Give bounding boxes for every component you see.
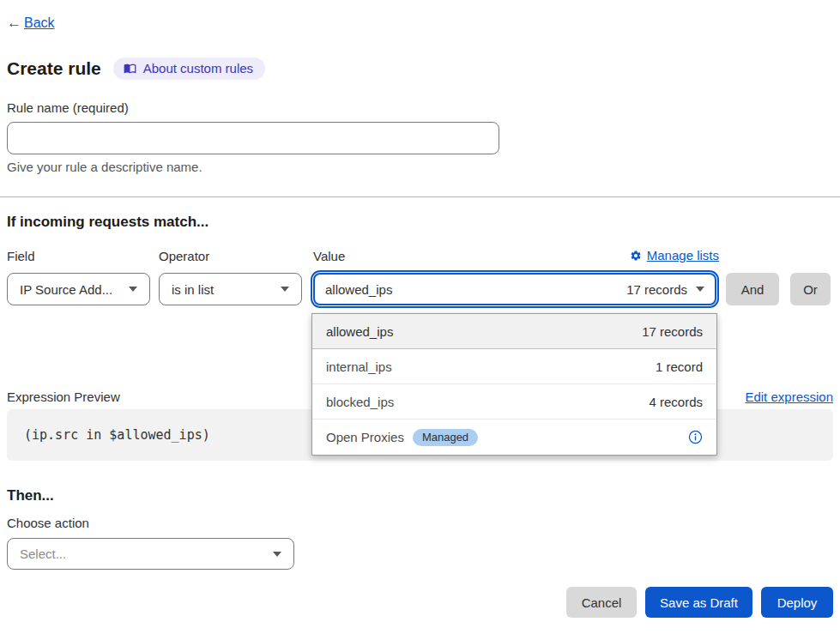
action-select-placeholder: Select... [20, 546, 66, 561]
managed-badge: Managed [413, 429, 478, 446]
operator-select-value: is in list [172, 282, 214, 297]
section-divider [0, 196, 840, 197]
value-dropdown-panel: allowed_ips 17 records internal_ips 1 re… [311, 313, 717, 456]
field-select[interactable]: IP Source Add... [7, 273, 150, 305]
option-name: blocked_ips [326, 395, 394, 409]
or-button[interactable]: Or [790, 273, 831, 305]
option-name: allowed_ips [326, 324, 393, 339]
operator-label: Operator [159, 249, 209, 263]
and-button[interactable]: And [726, 273, 779, 305]
info-icon[interactable] [688, 430, 703, 444]
dropdown-option-allowed-ips[interactable]: allowed_ips 17 records [312, 314, 716, 349]
save-as-draft-button[interactable]: Save as Draft [645, 587, 752, 618]
value-select[interactable]: allowed_ips 17 records [313, 273, 716, 305]
field-select-value: IP Source Add... [20, 282, 112, 297]
expression-code: (ip.src in $allowed_ips) [24, 427, 210, 443]
option-record-count: 1 record [656, 359, 703, 374]
value-select-meta: 17 records [626, 282, 687, 297]
page-title: Create rule [7, 58, 101, 79]
value-select-value: allowed_ips [325, 282, 392, 297]
edit-expression-link[interactable]: Edit expression [745, 389, 833, 404]
choose-action-label: Choose action [7, 516, 89, 530]
option-record-count: 17 records [642, 324, 703, 339]
gear-icon [630, 250, 642, 262]
dropdown-option-internal-ips[interactable]: internal_ips 1 record [312, 349, 716, 384]
operator-select[interactable]: is in list [159, 273, 302, 305]
then-section-heading: Then... [7, 487, 54, 504]
expression-preview-label: Expression Preview [7, 389, 120, 404]
deploy-button[interactable]: Deploy [761, 587, 833, 618]
back-arrow-icon: ← [7, 15, 21, 32]
rule-name-input[interactable] [7, 122, 499, 154]
cancel-button[interactable]: Cancel [566, 587, 637, 618]
rule-name-helper: Give your rule a descriptive name. [7, 160, 202, 174]
about-custom-rules-badge[interactable]: About custom rules [113, 57, 265, 80]
chevron-down-icon [273, 552, 281, 557]
option-name: Open Proxies [326, 430, 404, 444]
option-record-count: 4 records [649, 395, 703, 409]
chevron-down-icon [281, 287, 289, 292]
title-row: Create rule About custom rules [7, 57, 265, 80]
about-badge-label: About custom rules [143, 61, 253, 75]
dropdown-option-blocked-ips[interactable]: blocked_ips 4 records [312, 384, 716, 420]
dropdown-option-open-proxies[interactable]: Open Proxies Managed [312, 420, 716, 455]
back-link[interactable]: ← Back [7, 15, 55, 32]
manage-lists-link[interactable]: Manage lists [630, 248, 719, 263]
manage-lists-label: Manage lists [647, 248, 719, 263]
action-select[interactable]: Select... [7, 538, 294, 570]
create-rule-page: ← Back Create rule About custom rules Ru… [0, 0, 840, 634]
value-label: Value [313, 249, 345, 263]
rule-name-label: Rule name (required) [7, 100, 129, 115]
field-label: Field [7, 249, 35, 263]
book-icon [124, 62, 136, 75]
match-section-heading: If incoming requests match... [7, 214, 208, 231]
chevron-down-icon [129, 287, 137, 292]
option-name: internal_ips [326, 359, 392, 374]
back-link-label: Back [24, 15, 55, 31]
chevron-down-icon [696, 287, 704, 292]
